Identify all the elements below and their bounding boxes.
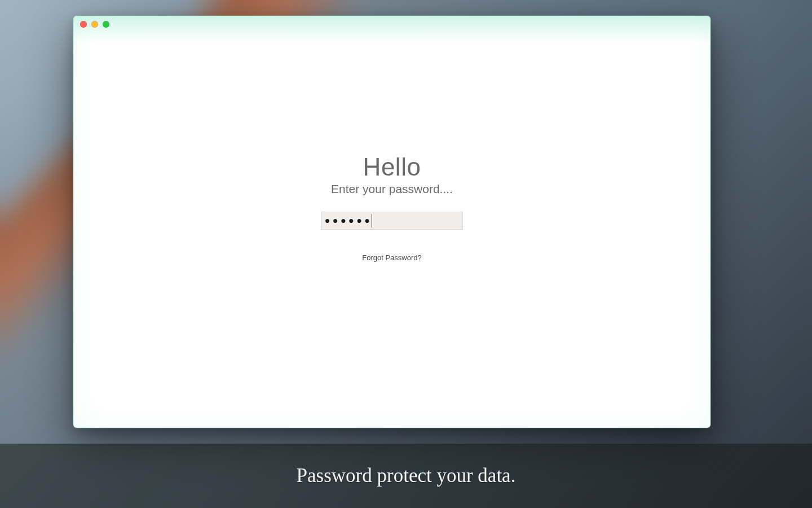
text-caret-icon — [372, 214, 372, 227]
window-controls — [80, 21, 109, 28]
fullscreen-icon[interactable] — [103, 21, 109, 28]
caption-text: Password protect your data. — [297, 465, 516, 487]
password-masked-value: •••••• — [325, 213, 373, 228]
forgot-password-link[interactable]: Forgot Password? — [362, 253, 422, 262]
minimize-icon[interactable] — [91, 21, 98, 28]
password-input[interactable]: •••••• — [321, 212, 463, 230]
close-icon[interactable] — [80, 21, 87, 28]
greeting-title: Hello — [363, 153, 421, 181]
caption-bar: Password protect your data. — [0, 444, 812, 508]
password-prompt: Enter your password.... — [331, 182, 453, 196]
lock-screen-content: Hello Enter your password.... •••••• For… — [73, 16, 710, 413]
app-window: Hello Enter your password.... •••••• For… — [73, 16, 710, 428]
